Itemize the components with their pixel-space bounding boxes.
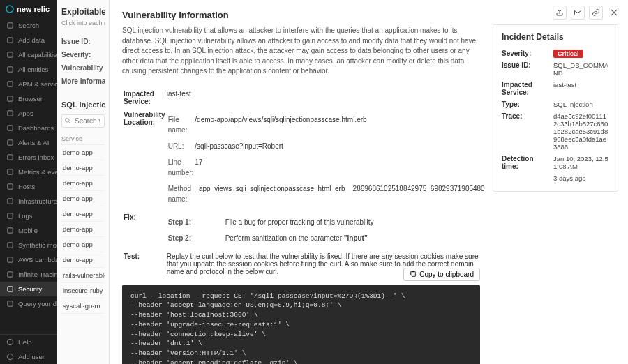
nav-item-help[interactable]: Help xyxy=(0,335,57,349)
service-row[interactable]: demo-app xyxy=(61,222,105,237)
vuln-info-title: Vulnerability Information xyxy=(122,10,480,20)
svg-rect-3 xyxy=(8,52,13,57)
incident-row: Severity:Critical xyxy=(502,47,609,59)
vuln-info-table: Impacted Service: iast-test Vulnerabilit… xyxy=(122,86,488,279)
url-label: URL: xyxy=(168,139,194,153)
share-icon[interactable] xyxy=(553,6,567,20)
nav-item-apps[interactable]: Apps xyxy=(0,106,57,121)
incident-panel: Incident Details Severity:CriticalIssue … xyxy=(493,24,618,192)
inbox-icon xyxy=(6,153,14,161)
svg-rect-11 xyxy=(8,169,13,174)
mail-icon[interactable] xyxy=(571,6,585,20)
service-row[interactable]: rails-vulnerable xyxy=(61,268,105,283)
infra-icon xyxy=(6,197,14,205)
nav-item-metrics-events[interactable]: Metrics & events xyxy=(0,165,57,179)
nav-item-label: Browser xyxy=(18,95,43,103)
svg-point-0 xyxy=(6,6,13,13)
service-row[interactable]: demo-app xyxy=(61,145,105,160)
nav-item-query-your-data[interactable]: Query your data xyxy=(0,296,57,311)
nav-item-add-data[interactable]: Add data xyxy=(0,33,57,47)
nav-item-apm-services[interactable]: APM & services xyxy=(0,77,57,91)
service-row[interactable]: syscall-go-m xyxy=(61,298,105,314)
synth-icon xyxy=(6,241,14,249)
service-row[interactable]: insecure-ruby xyxy=(61,283,105,298)
close-icon[interactable] xyxy=(607,6,621,20)
method-name-label: Method name: xyxy=(168,181,194,206)
dashboard-icon xyxy=(6,124,14,132)
detail-actions xyxy=(553,6,621,20)
nav-item-infrastructure[interactable]: Infrastructure xyxy=(0,194,57,208)
help-icon xyxy=(6,338,14,346)
search-icon xyxy=(64,117,71,124)
nav-item-label: Errors inbox xyxy=(18,153,54,161)
incident-value: iast-test xyxy=(553,81,576,96)
vuln-description: SQL injection vulnerability that allows … xyxy=(122,26,480,77)
service-row[interactable]: demo-app xyxy=(61,176,105,191)
nav-item-security[interactable]: Security xyxy=(0,282,57,296)
sidebar: new relic SearchAdd dataAll capabilities… xyxy=(0,0,57,364)
incident-key: Trace: xyxy=(502,112,549,151)
nav-item-all-capabilities[interactable]: All capabilities xyxy=(0,47,57,62)
incident-row: Impacted Service:iast-test xyxy=(502,79,609,98)
svg-rect-20 xyxy=(8,301,13,306)
incident-row: Issue ID:SQL_DB_COMMAND xyxy=(502,59,609,79)
incident-row: Detection time:Jan 10, 2023, 12:51:08 AM xyxy=(502,153,609,172)
column-header-service: Service xyxy=(61,133,105,145)
url-value: /sqli-passcase?input=Robert xyxy=(195,139,484,153)
nav-item-aws-lambda-serverless[interactable]: AWS Lambda serverless xyxy=(0,252,57,267)
mobile-icon xyxy=(6,227,14,234)
boxes-icon xyxy=(6,66,14,73)
globe-icon xyxy=(6,95,14,103)
svg-rect-2 xyxy=(8,38,13,43)
nav-item-mobile[interactable]: Mobile xyxy=(0,223,57,238)
alert-icon xyxy=(6,139,14,146)
logo-icon xyxy=(6,5,14,13)
nav-item-label: Hosts xyxy=(18,183,35,190)
sidebar-footer: HelpAdd user xyxy=(0,334,57,364)
svg-line-24 xyxy=(68,121,70,123)
nav-item-label: Query your data xyxy=(18,300,57,308)
nav-item-all-entities[interactable]: All entities xyxy=(0,62,57,77)
nav-item-infinite-tracing-settings[interactable]: Infinite Tracing settings xyxy=(0,267,57,282)
query-icon xyxy=(6,300,14,308)
nav-item-browser[interactable]: Browser xyxy=(0,91,57,106)
nav-item-label: Security xyxy=(18,285,42,293)
nav-item-errors-inbox[interactable]: Errors inbox xyxy=(0,150,57,165)
curl-code-block: curl --location --request GET '/sqli-pas… xyxy=(122,285,480,365)
service-row[interactable]: demo-app xyxy=(61,206,105,222)
method-name-value: _app_views_sqli_sqlinjectionpasscase_htm… xyxy=(195,181,484,206)
svg-rect-16 xyxy=(8,243,13,248)
svg-rect-14 xyxy=(8,213,13,218)
test-label: Test: xyxy=(124,250,165,278)
nav-item-label: Mobile xyxy=(18,227,38,234)
nav-item-label: Add user xyxy=(18,353,45,361)
impacted-service-value: iast-test xyxy=(167,88,486,107)
nav-item-add-user[interactable]: Add user xyxy=(0,349,57,364)
incident-key: Impacted Service: xyxy=(502,81,549,96)
logo[interactable]: new relic xyxy=(0,0,57,18)
service-row[interactable]: demo-app xyxy=(61,252,105,268)
nav-item-synthetic-monitoring[interactable]: Synthetic monitoring xyxy=(0,238,57,252)
nav-item-label: Search xyxy=(18,22,39,29)
line-number-label: Line number: xyxy=(168,155,194,180)
vuln-location-label: Vulnerability Location: xyxy=(124,109,165,210)
panel-field: Vulnerability type: xyxy=(61,61,105,75)
nav-item-alerts-ai[interactable]: Alerts & AI xyxy=(0,135,57,150)
incident-key: Type: xyxy=(502,100,549,108)
step1-label: Step 1: xyxy=(168,215,224,229)
service-row[interactable]: demo-app xyxy=(61,237,105,252)
service-row[interactable]: demo-app xyxy=(61,160,105,176)
shield-icon xyxy=(6,285,14,293)
copy-to-clipboard-button[interactable]: Copy to clipboard xyxy=(403,268,480,281)
nav-item-hosts[interactable]: Hosts xyxy=(0,179,57,194)
svg-rect-12 xyxy=(8,184,13,189)
link-icon[interactable] xyxy=(589,6,603,20)
nav-item-dashboards[interactable]: Dashboards xyxy=(0,121,57,135)
nav-item-label: Dashboards xyxy=(18,124,54,132)
incident-key: Severity: xyxy=(502,50,549,57)
service-row[interactable]: demo-app xyxy=(61,191,105,206)
nav-item-search[interactable]: Search xyxy=(0,18,57,33)
nav-item-label: Synthetic monitoring xyxy=(18,241,57,249)
panel-field: Severity: xyxy=(61,48,105,61)
nav-item-logs[interactable]: Logs xyxy=(0,208,57,223)
